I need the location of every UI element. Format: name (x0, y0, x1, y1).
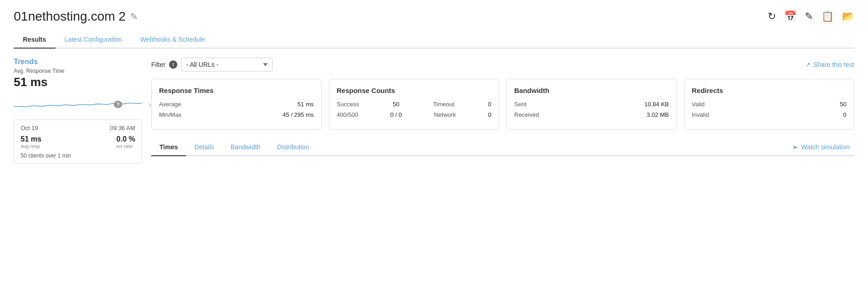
tab-times[interactable]: Times (151, 139, 186, 156)
main-tabs: Results Latest Configuration Webhooks & … (14, 31, 854, 49)
timeout-value: 0 (488, 101, 491, 108)
svg-text:?: ? (116, 102, 120, 107)
trends-date: Oct 19 (21, 125, 38, 131)
filter-area: Filter ! - All URLs - (151, 58, 273, 71)
clients-info: 50 clients over 1 min (21, 153, 135, 159)
timeout-label: Timeout (433, 101, 454, 108)
invalid-label: Invalid (692, 111, 709, 118)
fourhundred-label: 400/500 (337, 111, 358, 118)
err-rate-value: 0.0 % (116, 135, 135, 143)
minmax-value: 45 / 295 ms (283, 111, 314, 118)
sent-label: Sent (514, 101, 527, 108)
trends-title: Trends (14, 58, 142, 66)
tab-latest-configuration[interactable]: Latest Configuration (55, 31, 131, 49)
trends-avg-value: 51 ms (14, 75, 142, 89)
page-title: 01nethosting.com 2 (14, 9, 126, 24)
tab-webhooks-schedule[interactable]: Webhooks & Schedule (131, 31, 214, 49)
bottom-tabs-row: Times Details Bandwidth Distribution ► W… (151, 139, 854, 156)
average-value: 51 ms (297, 101, 313, 108)
invalid-value: 0 (843, 111, 846, 118)
avg-resp-value: 51 ms (21, 135, 41, 143)
watch-simulation-link[interactable]: ► Watch simulation (793, 143, 854, 151)
trends-panel: Trends Avg. Response Time 51 ms ? (14, 58, 142, 164)
share-icon: ↗ (805, 61, 811, 68)
header-toolbar: ↻ 📅 ✎ 📋 📂 (768, 11, 854, 22)
share-label: Share this test (813, 61, 855, 68)
trends-time: 09:36 AM (110, 125, 135, 131)
filter-label: Filter (151, 61, 165, 68)
success-label: Success (337, 101, 359, 108)
sparkline-chart: ? › (14, 93, 142, 116)
bandwidth-title: Bandwidth (514, 87, 669, 94)
bottom-tabs: Times Details Bandwidth Distribution (151, 139, 317, 155)
folder-icon[interactable]: 📂 (842, 11, 854, 22)
filter-info-icon: ! (169, 60, 177, 69)
edit-icon[interactable]: ✎ (805, 11, 813, 22)
edit-title-icon[interactable]: ✎ (130, 11, 138, 22)
valid-value: 50 (840, 101, 846, 108)
received-value: 3.02 MB (647, 111, 669, 118)
play-icon: ► (793, 144, 798, 150)
bandwidth-card: Bandwidth Sent 10.84 KB Received 3.02 MB (506, 79, 677, 130)
tab-bandwidth[interactable]: Bandwidth (222, 139, 269, 156)
network-value: 0 (488, 111, 491, 118)
valid-label: Valid (692, 101, 705, 108)
fourhundred-value: 0 / 0 (390, 111, 402, 118)
response-counts-card: Response Counts Success 50 Timeout 0 400… (329, 79, 500, 130)
response-counts-title: Response Counts (337, 87, 492, 94)
watch-simulation-label: Watch simulation (801, 143, 850, 151)
redirects-card: Redirects Valid 50 Invalid 0 (684, 79, 855, 130)
refresh-icon[interactable]: ↻ (768, 11, 776, 22)
err-rate-label: err rate (116, 143, 135, 149)
response-times-title: Response Times (159, 87, 314, 94)
trends-avg-label: Avg. Response Time (14, 68, 142, 74)
minmax-label: Min/Max (159, 111, 181, 118)
success-value: 50 (393, 101, 399, 108)
tab-distribution[interactable]: Distribution (269, 139, 317, 156)
redirects-title: Redirects (692, 87, 847, 94)
share-test-link[interactable]: ↗ Share this test (805, 61, 855, 68)
copy-icon[interactable]: 📋 (821, 11, 834, 22)
average-label: Average (159, 101, 181, 108)
sent-value: 10.84 KB (644, 101, 669, 108)
response-times-card: Response Times Average 51 ms Min/Max 45 … (151, 79, 322, 130)
trends-expand-icon[interactable]: › (148, 100, 151, 109)
calendar-icon[interactable]: 📅 (784, 11, 797, 22)
filter-dropdown[interactable]: - All URLs - (181, 58, 273, 71)
trends-detail-box: Oct 19 09:36 AM 51 ms avg resp 0.0 % err… (14, 120, 142, 164)
network-label: Network (434, 111, 456, 118)
received-label: Received (514, 111, 539, 118)
tab-details[interactable]: Details (186, 139, 222, 156)
tab-results[interactable]: Results (14, 31, 55, 49)
stats-cards: Response Times Average 51 ms Min/Max 45 … (151, 79, 854, 130)
avg-resp-label: avg resp (21, 143, 41, 149)
